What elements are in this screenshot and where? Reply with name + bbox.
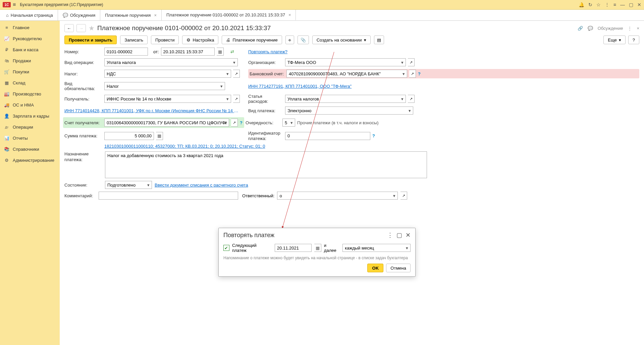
close-icon[interactable]: ×	[288, 12, 291, 17]
tab-home[interactable]: ⌂ Начальная страница	[1, 10, 58, 20]
amount-input[interactable]	[104, 132, 154, 140]
next-payment-checkbox[interactable]: ✔	[223, 245, 229, 251]
sidebar-label: Склад	[13, 80, 25, 85]
sidebar-item-main[interactable]: ≡Главное	[0, 22, 60, 33]
link-icon[interactable]: 🔗	[578, 26, 583, 31]
calendar-icon[interactable]: ▦	[217, 48, 224, 56]
sidebar-item-reports[interactable]: 📊Отчеты	[0, 133, 60, 144]
help-button[interactable]: ?	[628, 36, 639, 44]
discussion-label[interactable]: Обсуждение	[598, 26, 623, 31]
dt-kt-button[interactable]: ▤	[374, 36, 384, 44]
number-input[interactable]	[104, 48, 148, 56]
open-icon[interactable]: ↗	[400, 192, 407, 200]
ident-input[interactable]	[285, 132, 370, 140]
recipient-inn-link[interactable]: ИНН 7714014428, КПП 771401001, УФК по г.…	[64, 108, 239, 113]
tab-payment-orders[interactable]: Платежные поручения ×	[100, 10, 162, 20]
more-lines-icon[interactable]: ≡	[613, 2, 616, 7]
nav-back-button[interactable]: ←	[64, 24, 74, 32]
open-icon[interactable]: ↗	[409, 70, 416, 78]
purpose-textarea[interactable]	[105, 151, 427, 178]
sidebar-item-stock[interactable]: ▦Склад	[0, 77, 60, 88]
expense-select[interactable]: Уплата налогов	[285, 95, 406, 103]
open-icon[interactable]: ↗	[408, 95, 415, 103]
hamburger-icon[interactable]: ≡	[13, 2, 16, 8]
maximize-icon[interactable]: ▢	[396, 231, 402, 239]
ok-button[interactable]: OK	[367, 264, 383, 272]
priority-hint: Прочие платежи (в т.ч. налоги и взносы)	[297, 120, 379, 125]
optype-select[interactable]: Уплата налога	[104, 58, 238, 66]
state-select[interactable]: Подготовлено	[105, 181, 152, 189]
bell-icon[interactable]: 🔔	[579, 2, 584, 7]
sidebar-item-assets[interactable]: 🚚ОС и НМА	[0, 99, 60, 111]
next-date-input[interactable]	[275, 244, 312, 252]
close-icon[interactable]: ×	[154, 13, 157, 18]
responsible-select[interactable]: о	[277, 192, 398, 200]
close-icon[interactable]: ✕	[406, 231, 411, 239]
calendar-icon[interactable]: ▦	[314, 244, 321, 252]
recip-acc-select[interactable]: 03100643000000017300, ГУ БАНКА РОССИИ ПО…	[104, 119, 229, 127]
date-input[interactable]	[161, 48, 215, 56]
favorite-star-icon[interactable]: ★	[89, 24, 95, 32]
tab-discussions[interactable]: 💬 Обсуждения	[58, 10, 101, 20]
org-select[interactable]: ТФ-Мега ООО	[285, 58, 406, 66]
tax-select[interactable]: НДС	[104, 70, 231, 78]
kebab-icon[interactable]: ⋮	[387, 231, 393, 239]
sidebar-item-manager[interactable]: 📈Руководителю	[0, 33, 60, 44]
comment-input[interactable]	[99, 192, 238, 200]
sidebar-label: Администрирование	[13, 158, 54, 163]
sidebar-item-purchases[interactable]: 🛒Покупки	[0, 66, 60, 77]
help-icon[interactable]: ?	[240, 120, 243, 125]
sidebar-item-sales[interactable]: 🛍Продажи	[0, 55, 60, 66]
nav-forward-button[interactable]: →	[76, 24, 86, 32]
open-icon[interactable]: ↗	[233, 95, 240, 103]
write-button[interactable]: Записать	[120, 36, 148, 44]
post-button[interactable]: Провести	[151, 36, 179, 44]
org-inn-link[interactable]: ИНН 7714277191, КПП 771401001, ООО "ТФ-М…	[248, 84, 352, 89]
requisites-link[interactable]: 18210301000011000110; 45327000; ТП; КВ.0…	[104, 144, 265, 149]
open-icon[interactable]: ↗	[408, 58, 415, 66]
exchange-icon[interactable]: ⇄	[230, 49, 234, 54]
sidebar-item-production[interactable]: 🏭Производство	[0, 88, 60, 99]
sidebar-label: Руководителю	[13, 36, 42, 41]
open-icon[interactable]: ↗	[233, 70, 240, 78]
help-icon[interactable]: ?	[418, 71, 421, 76]
sidebar-item-admin[interactable]: ⚙Администрирование	[0, 155, 60, 166]
state-label: Состояние:	[64, 183, 102, 188]
repeat-payment-link[interactable]: Повторять платеж?	[248, 49, 287, 54]
recipient-select[interactable]: ИФНС России № 14 по г.Москве	[104, 95, 231, 103]
sidebar-label: Справочники	[13, 147, 39, 152]
close-window-icon[interactable]: ✕	[637, 2, 641, 7]
settings-button[interactable]: ⚙Настройка	[182, 36, 218, 44]
close-doc-icon[interactable]: ×	[637, 26, 639, 31]
calc-icon[interactable]: ▦	[156, 132, 163, 140]
period-select[interactable]: каждый месяц	[342, 244, 411, 252]
create-writeoff-link[interactable]: Ввести документ списания с расчетного сч…	[155, 183, 248, 188]
tab-payment-orders-label: Платежные поручения	[105, 13, 151, 18]
help-icon[interactable]: ?	[372, 133, 375, 138]
sidebar-item-bank[interactable]: ₽Банк и касса	[0, 44, 60, 55]
obligation-select[interactable]: Налог	[104, 82, 225, 90]
maximize-icon[interactable]: ▢	[629, 2, 633, 7]
payment-order-button[interactable]: 🖨Платежное поручение	[222, 36, 282, 44]
sidebar-label: Продажи	[13, 58, 31, 63]
sidebar-item-operations[interactable]: ДтОперации	[0, 122, 60, 133]
bank-select[interactable]: 40702810909000070483, АО "НОРДЕА БАНК"	[286, 70, 407, 78]
sidebar-item-hr[interactable]: 👤Зарплата и кадры	[0, 111, 60, 122]
star-icon[interactable]: ☆	[596, 2, 601, 7]
attach-button[interactable]: 📎	[298, 36, 309, 44]
history-icon[interactable]: ↻	[588, 2, 592, 7]
structure-button[interactable]: ⎆	[285, 36, 294, 44]
tab-payment-order-doc[interactable]: Платежное поручение 0101-000002 от 20.10…	[162, 10, 296, 20]
kebab-icon[interactable]: ⋮	[628, 26, 632, 31]
sidebar-item-catalogs[interactable]: 📚Справочники	[0, 144, 60, 155]
open-icon[interactable]: ↗	[231, 119, 238, 127]
priority-select[interactable]: 5	[282, 119, 295, 127]
create-based-button[interactable]: Создать на основании ▾	[312, 36, 371, 44]
cancel-button[interactable]: Отмена	[386, 264, 411, 272]
minimize-icon[interactable]: —	[620, 2, 625, 7]
discussion-icon[interactable]: 💬	[588, 26, 593, 31]
post-close-button[interactable]: Провести и закрыть	[64, 36, 117, 44]
options-icon[interactable]: ⋮	[605, 2, 609, 7]
paytype-select[interactable]: Электронно	[285, 107, 413, 115]
more-button[interactable]: Еще ▾	[603, 36, 625, 44]
